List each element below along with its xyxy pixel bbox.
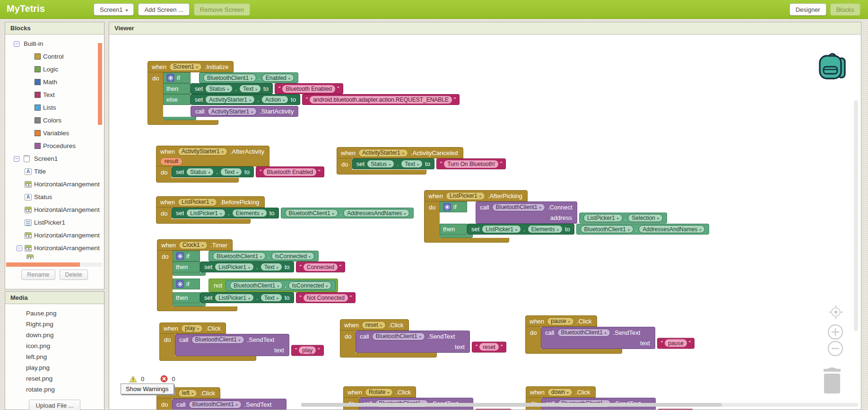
property-dropdown[interactable]: AddressesAndNames xyxy=(639,225,705,233)
palette-category[interactable]: Lists xyxy=(5,101,104,114)
mutator-gear-icon[interactable] xyxy=(176,252,184,260)
property-dropdown[interactable]: Text xyxy=(260,294,282,302)
if-else-block[interactable]: if BluetoothClient1 . Enabled then xyxy=(163,72,460,120)
component-tree-item[interactable]: ListPicker1 xyxy=(5,216,104,229)
component-dropdown[interactable]: Rotate xyxy=(365,388,393,396)
property-dropdown[interactable]: Selection xyxy=(628,214,662,222)
palette-category[interactable]: Procedures xyxy=(5,140,104,152)
property-dropdown[interactable]: Text xyxy=(220,168,242,176)
property-dropdown[interactable]: AddressesAndNames xyxy=(343,209,409,217)
show-warnings-button[interactable]: Show Warnings xyxy=(121,384,174,394)
text-string-block[interactable]: "pause" xyxy=(657,338,694,349)
setter-block[interactable]: set Status . Text to xyxy=(191,83,273,94)
component-dropdown[interactable]: left xyxy=(178,389,197,397)
event-block-reset-click[interactable]: when reset .Click do call BluetoothClien… xyxy=(340,319,470,358)
component-dropdown[interactable]: ListPicker1 xyxy=(215,263,254,271)
canvas-vertical-scrollbar[interactable] xyxy=(854,100,858,331)
component-dropdown[interactable]: ListPicker1 xyxy=(482,225,521,233)
component-dropdown[interactable]: ListPicker1 xyxy=(186,209,226,217)
palette-category[interactable]: Math xyxy=(5,76,104,88)
call-block[interactable]: call BluetoothClient1 .SendText text "re… xyxy=(356,331,470,353)
component-dropdown[interactable]: play xyxy=(181,324,203,332)
component-dropdown[interactable]: ActivityStarter1 xyxy=(358,149,408,157)
text-string-block[interactable]: "Not Connected" xyxy=(296,292,356,303)
component-tree-item[interactable]: HorizontalArrangement xyxy=(5,242,104,254)
media-file-item[interactable]: play.png xyxy=(5,362,104,373)
property-dropdown[interactable]: Enabled xyxy=(262,74,294,82)
text-string-block[interactable]: "reset" xyxy=(472,341,506,352)
collapse-icon[interactable] xyxy=(14,156,19,162)
event-parameter[interactable]: result xyxy=(160,157,182,166)
palette-horizontal-scrollbar[interactable] xyxy=(6,262,102,267)
event-block-pause-click[interactable]: when pause .Click do call BluetoothClien… xyxy=(525,315,655,354)
event-block-beforepicking[interactable]: when ListPicker1 .BeforePicking do set L… xyxy=(156,196,414,224)
screen-selector[interactable]: Screen1 xyxy=(94,3,134,16)
collapse-icon[interactable] xyxy=(14,41,19,47)
component-dropdown[interactable]: BluetoothClient1 xyxy=(557,329,610,337)
setter-block[interactable]: set ListPicker1 . Elements to xyxy=(467,224,574,235)
component-dropdown[interactable]: BluetoothClient1 xyxy=(203,74,256,82)
property-dropdown[interactable]: IsConnected xyxy=(288,281,331,289)
palette-category[interactable]: Variables xyxy=(5,127,104,140)
property-dropdown[interactable]: Elements xyxy=(232,209,267,217)
media-file-item[interactable]: left.png xyxy=(5,351,104,362)
getter-block[interactable]: BluetoothClient1 . IsConnected xyxy=(208,251,319,262)
setter-block[interactable]: set ListPicker1 . Elements to xyxy=(172,208,279,218)
text-string-block[interactable]: "Turn On Bluetooth!" xyxy=(436,158,506,169)
zoom-out-button[interactable] xyxy=(825,339,845,358)
getter-block[interactable]: ListPicker1 . Selection xyxy=(579,212,667,223)
component-tree-item[interactable]: HorizontalArrangement xyxy=(5,178,104,191)
property-dropdown[interactable]: Text xyxy=(260,263,282,271)
component-dropdown[interactable]: ListPicker1 xyxy=(178,198,217,206)
trash-icon[interactable] xyxy=(821,366,843,394)
palette-vertical-scrollbar[interactable] xyxy=(98,43,102,125)
component-tree-item[interactable]: Title xyxy=(5,165,104,178)
palette-category[interactable]: Logic xyxy=(5,63,104,76)
call-block[interactable]: call BluetoothClient1 .SendText xyxy=(172,399,286,410)
if-block[interactable]: if call BluetoothClient1 .Connect addres… xyxy=(440,201,709,238)
component-dropdown[interactable]: BluetoothClient1 xyxy=(372,332,425,340)
component-dropdown[interactable]: ActivityStarter1 xyxy=(205,96,255,104)
property-dropdown[interactable]: Text xyxy=(401,160,423,168)
setter-block[interactable]: set ListPicker1 . Text to xyxy=(200,292,294,303)
mutator-gear-icon[interactable] xyxy=(176,280,184,288)
component-dropdown[interactable]: Status xyxy=(205,85,233,93)
event-block-clock-timer[interactable]: when Clock1 .Timer do if BluetoothClient… xyxy=(157,239,356,311)
event-block-left-click[interactable]: when left .Click do call BluetoothClient… xyxy=(156,387,286,410)
component-dropdown[interactable]: pause xyxy=(547,317,574,325)
property-dropdown[interactable]: Elements xyxy=(528,225,563,233)
tree-screen1[interactable]: Screen1 xyxy=(5,152,104,165)
upload-file-button[interactable]: Upload File ... xyxy=(29,400,80,410)
media-file-item[interactable]: Right.png xyxy=(5,319,104,330)
if-block[interactable]: if not BluetoothClient1 . IsConnected xyxy=(173,279,356,306)
tree-builtin[interactable]: Built-in xyxy=(5,37,104,50)
component-dropdown[interactable]: BluetoothClient1 xyxy=(191,336,244,344)
text-string-block[interactable]: "Connected" xyxy=(296,262,346,272)
component-dropdown[interactable]: BluetoothClient1 xyxy=(492,203,545,211)
mutator-gear-icon[interactable] xyxy=(443,203,451,211)
backpack-icon[interactable] xyxy=(817,51,850,82)
component-dropdown[interactable]: BluetoothClient1 xyxy=(189,401,242,409)
event-block-screen1-initialize[interactable]: when Screen1 .Initialize do if Bluetooth… xyxy=(148,61,460,125)
component-dropdown[interactable]: reset xyxy=(362,321,386,329)
palette-category[interactable]: Control xyxy=(5,50,104,63)
component-dropdown[interactable]: Clock1 xyxy=(179,241,208,249)
property-dropdown[interactable]: Text xyxy=(239,85,261,93)
call-block[interactable]: call BluetoothClient1 .SendText text "pa… xyxy=(541,327,655,349)
component-dropdown[interactable]: BluetoothClient1 xyxy=(230,281,283,289)
property-dropdown[interactable]: IsConnected xyxy=(271,252,314,260)
text-string-block[interactable]: "down" xyxy=(658,409,693,410)
setter-block[interactable]: set Status . Text to xyxy=(172,166,254,177)
component-tree-item[interactable]: HorizontalArrangement xyxy=(5,203,104,216)
palette-category[interactable]: Colors xyxy=(5,114,104,127)
component-dropdown[interactable]: ActivityStarter1 xyxy=(208,107,257,115)
text-string-block[interactable]: "play" xyxy=(291,345,324,356)
canvas-horizontal-scrollbar[interactable] xyxy=(301,403,858,407)
event-block-activitycanceled[interactable]: when ActivityStarter1 .ActivityCanceled … xyxy=(337,147,506,174)
getter-block[interactable]: BluetoothClient1 . Enabled xyxy=(199,72,298,83)
component-tree-item[interactable]: HorizontalArrangement xyxy=(5,229,104,242)
component-dropdown[interactable]: Status xyxy=(186,168,214,176)
component-dropdown[interactable]: BluetoothClient1 xyxy=(285,209,338,217)
call-block[interactable]: call BluetoothClient1 .SendText text "pl… xyxy=(175,334,289,356)
blocks-canvas[interactable]: when Screen1 .Initialize do if Bluetooth… xyxy=(109,35,861,410)
